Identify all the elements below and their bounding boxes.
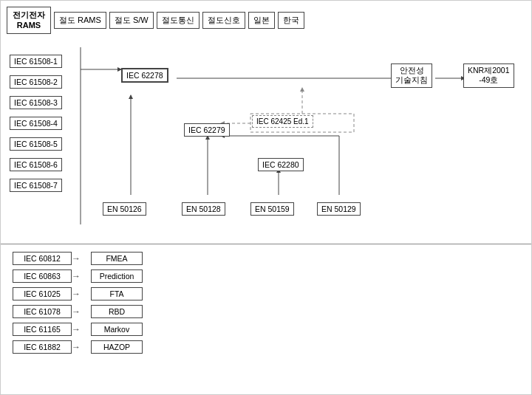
tab-railways-comms[interactable]: 절도통신 (157, 12, 200, 29)
tab-korea[interactable]: 한국 (278, 12, 304, 29)
std-safety-guide: 안전성기술지침 (391, 63, 432, 88)
method-markov: Markov (91, 323, 143, 336)
std-iec61508-6: IEC 61508-6 (10, 158, 62, 171)
std-iec61165: IEC 61165 (13, 323, 72, 336)
std-en50126: EN 50126 (103, 202, 146, 216)
std-iec61508-7: IEC 61508-7 (10, 179, 62, 192)
std-iec61508-2: IEC 61508-2 (10, 75, 62, 89)
method-hazop: HAZOP (91, 340, 143, 354)
std-iec61508-5: IEC 61508-5 (10, 137, 62, 151)
std-iec62425: IEC 62425 Ed.1 (252, 115, 313, 128)
header-row: 전기전자 RAMS 절도 RAMS 절도 S/W 절도통신 절도신호 일본 한국 (7, 7, 525, 34)
arrow-icon-1: → (72, 272, 85, 280)
std-iec61508-4: IEC 61508-4 (10, 117, 62, 130)
arrow-icon-4: → (72, 326, 85, 333)
std-iec61508-1: IEC 61508-1 (10, 55, 62, 68)
method-row-0: IEC 60812 → FMEA (13, 252, 519, 265)
std-en50128: EN 50128 (182, 202, 225, 216)
arrow-icon-5: → (72, 343, 85, 351)
method-row-2: IEC 61025 → FTA (13, 287, 519, 300)
std-en50129: EN 50129 (317, 202, 361, 216)
method-fmea: FMEA (91, 252, 143, 265)
method-row-5: IEC 61882 → HAZOP (13, 340, 519, 354)
std-en50159: EN 50159 (250, 202, 294, 216)
arrow-icon-0: → (72, 255, 85, 262)
title-box: 전기전자 RAMS (7, 7, 51, 34)
std-knr: KNR제2001-49호 (463, 63, 514, 88)
std-iec61078: IEC 61078 (13, 305, 72, 318)
std-iec61025: IEC 61025 (13, 287, 72, 300)
tab-railways-sw[interactable]: 절도 S/W (109, 12, 154, 29)
std-iec60863: IEC 60863 (13, 269, 72, 283)
method-row-4: IEC 61165 → Markov (13, 323, 519, 336)
tab-railways-signal[interactable]: 절도신호 (202, 12, 245, 29)
arrow-icon-2: → (72, 290, 85, 298)
tab-railways-rams[interactable]: 절도 RAMS (54, 12, 106, 29)
bottom-section: IEC 60812 → FMEA IEC 60863 → Prediction … (1, 244, 531, 395)
tab-japan[interactable]: 일본 (248, 12, 275, 29)
top-section: 전기전자 RAMS 절도 RAMS 절도 S/W 절도통신 절도신호 일본 한국 (1, 1, 531, 244)
std-iec61882: IEC 61882 (13, 340, 72, 354)
method-row-1: IEC 60863 → Prediction (13, 269, 519, 283)
method-rbd: RBD (91, 305, 143, 318)
std-iec62280: IEC 62280 (258, 158, 304, 171)
std-iec61508-3: IEC 61508-3 (10, 96, 62, 109)
std-iec62278: IEC 62278 (121, 68, 168, 83)
std-iec62279: IEC 62279 (184, 123, 230, 137)
method-row-3: IEC 61078 → RBD (13, 305, 519, 318)
main-container: 전기전자 RAMS 절도 RAMS 절도 S/W 절도통신 절도신호 일본 한국 (0, 0, 532, 395)
arrow-icon-3: → (72, 308, 85, 315)
method-fta: FTA (91, 287, 143, 300)
method-prediction: Prediction (91, 269, 143, 283)
std-iec60812: IEC 60812 (13, 252, 72, 265)
diagram-area: IEC 61508-1 IEC 61508-2 IEC 61508-3 IEC … (7, 47, 524, 239)
